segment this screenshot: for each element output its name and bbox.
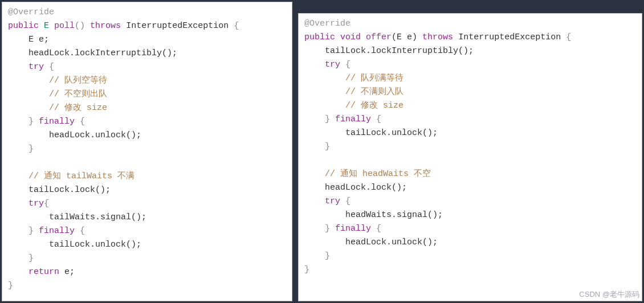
keyword-try: try — [325, 196, 340, 206]
code-line: headLock.unlock(); — [8, 130, 141, 140]
code-line: headLock.lockInterruptibly(); — [8, 48, 177, 58]
brace: } — [8, 281, 13, 290]
brace: } — [304, 142, 330, 152]
keyword-finally: finally — [39, 226, 75, 236]
keyword-throws: throws — [422, 32, 453, 42]
keyword-try: try — [28, 199, 44, 208]
brace: } — [8, 144, 34, 154]
brace: { — [44, 62, 54, 72]
watermark: CSDN @老牛源码 — [579, 289, 639, 301]
left-code-block: @Override public E poll() throws Interru… — [8, 6, 286, 293]
keyword-finally: finally — [39, 117, 75, 126]
keyword-public: public — [304, 32, 335, 42]
keyword-finally: finally — [335, 224, 371, 234]
comment: // 队列满等待 — [304, 73, 403, 83]
brace: } — [8, 117, 34, 126]
exception-type: InterruptedException — [458, 32, 561, 42]
brace: { — [340, 196, 350, 206]
exception-type: InterruptedException — [126, 21, 229, 31]
return-type: E — [44, 21, 49, 31]
comment: // 不空则出队 — [8, 89, 107, 99]
brace: { — [371, 114, 381, 124]
brace: { — [229, 21, 239, 31]
keyword-try: try — [28, 62, 44, 72]
brace: } — [304, 265, 309, 275]
code-line: tailLock.lockInterruptibly(); — [304, 46, 474, 56]
comment: // 队列空等待 — [8, 76, 107, 85]
brace: { — [44, 199, 49, 208]
brace: { — [561, 32, 571, 42]
left-code-panel: @Override public E poll() throws Interru… — [2, 2, 292, 301]
right-code-panel: @Override public void offer(E e) throws … — [298, 13, 642, 301]
brace: } — [8, 253, 34, 263]
code-line: headLock.lock(); — [304, 183, 407, 193]
method-name: offer — [366, 32, 392, 42]
annotation: @Override — [304, 19, 350, 28]
brace: } — [304, 114, 330, 124]
brace: { — [371, 224, 381, 234]
brace: } — [8, 226, 34, 236]
comment: // 通知 tailWaits 不满 — [8, 171, 134, 181]
code-line: tailWaits.signal(); — [8, 212, 146, 222]
parens: () — [75, 21, 85, 31]
keyword-public: public — [8, 21, 39, 31]
keyword-try: try — [325, 60, 340, 69]
comment: // 修改 size — [8, 103, 107, 113]
comment: // 修改 size — [304, 101, 403, 110]
right-code-block: @Override public void offer(E e) throws … — [304, 17, 636, 277]
comment: // 不满则入队 — [304, 87, 403, 97]
return-value: e; — [59, 267, 75, 277]
code-line: tailLock.lock(); — [8, 185, 111, 195]
brace: { — [75, 117, 85, 126]
annotation: @Override — [8, 7, 54, 17]
params: (E e) — [392, 32, 417, 42]
return-type: void — [340, 32, 361, 42]
method-name: poll — [54, 21, 75, 31]
keyword-throws: throws — [90, 21, 121, 31]
code-line: tailLock.unlock(); — [304, 128, 438, 138]
brace: } — [304, 251, 330, 261]
brace: } — [304, 224, 330, 234]
code-line: tailLock.unlock(); — [8, 240, 141, 249]
code-line: headWaits.signal(); — [304, 210, 443, 220]
keyword-return: return — [28, 267, 59, 277]
brace: { — [75, 226, 85, 236]
keyword-finally: finally — [335, 114, 371, 124]
code-line: E e; — [8, 35, 49, 44]
brace: { — [340, 60, 350, 69]
code-line: headLock.unlock(); — [304, 238, 438, 247]
comment: // 通知 headWaits 不空 — [304, 169, 431, 179]
